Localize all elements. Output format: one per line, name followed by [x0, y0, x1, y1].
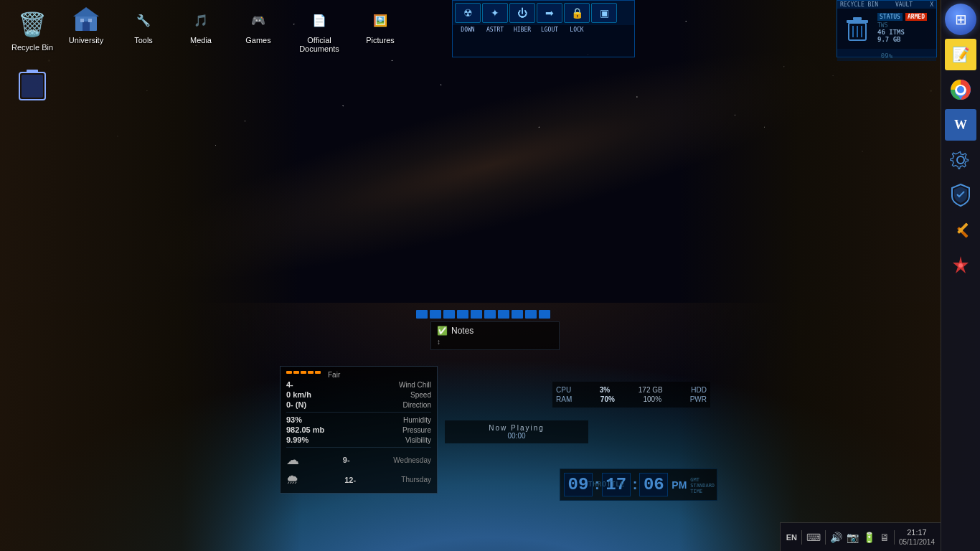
top-desktop-icons: University 🔧 Tools 🎵 Media 🎮 Games 📄 Off…: [57, 0, 409, 59]
humidity-value: 93%: [286, 415, 302, 424]
windows-start-button[interactable]: ⊞: [945, 4, 976, 35]
taskbar-icon-tool[interactable]: [945, 215, 976, 246]
media-now-playing: Now Playing: [451, 424, 583, 432]
humidity-row: 93% Humidity: [286, 415, 431, 425]
recycle-info: STATUS ARMED TWS 46 ITMS 9.7 GB: [875, 11, 934, 47]
clock-colon-2: :: [633, 476, 638, 493]
hud-btn-lock[interactable]: 🔒: [564, 3, 590, 23]
weather-dot-4: [308, 371, 314, 374]
taskbar-icon-settings[interactable]: [945, 144, 976, 176]
university-label: University: [69, 36, 103, 44]
battery-icon: [15, 70, 50, 104]
recycle-percent: 09%: [881, 52, 892, 60]
taskbar-icon-chrome[interactable]: [945, 74, 976, 105]
notes-check-icon: ✅: [437, 326, 448, 336]
clock-ampm-text: PM: [672, 479, 687, 491]
hud-label-down: DOWN: [455, 27, 481, 33]
settings-icon: [950, 149, 971, 171]
forecast-wednesday-temp: 9-: [343, 456, 350, 464]
taskbar-icon-star[interactable]: [945, 250, 976, 281]
recycle-status-label: STATUS: [877, 13, 903, 21]
weather-divider-1: [286, 412, 431, 413]
tray-camera-icon[interactable]: 📷: [847, 532, 859, 543]
cpu-value: 3%: [600, 386, 610, 394]
visibility-row: 9.99% Visibility: [286, 435, 431, 445]
tool-icon: [950, 220, 971, 241]
bar-5: [471, 310, 482, 319]
hud-btn-arrow[interactable]: ➡: [537, 3, 562, 23]
recycle-subtitle: VAULT: [895, 1, 913, 8]
svg-point-22: [958, 263, 963, 268]
system-tray: EN ⌨ 🔊 📷 🔋 🖥 21:17 05/11/2014: [780, 522, 941, 551]
svg-rect-10: [853, 17, 862, 20]
desktop-icon-recycle-bin[interactable]: 🗑️ Recycle Bin: [4, 4, 61, 55]
notes-arrow: ↕: [437, 338, 553, 346]
desktop-icon-battery[interactable]: [4, 66, 61, 109]
tray-time-value: 21:17: [899, 527, 935, 537]
recycle-tws: TWS: [877, 22, 932, 29]
svg-point-16: [957, 86, 964, 93]
top-icon-official-documents[interactable]: 📄 Official Documents: [287, 0, 352, 59]
chrome-icon: [949, 78, 972, 101]
weather-dot-1: [286, 371, 292, 374]
throttle-indicator-bars: [416, 309, 560, 319]
notes-widget: ✅ Notes ↕: [430, 321, 560, 350]
hud-label-hiber: HIBER: [509, 27, 535, 33]
desktop-background: [0, 0, 980, 551]
wind-chill-value: 4-: [286, 380, 293, 389]
hdd-value: 100%: [643, 395, 661, 403]
taskbar-icon-shield[interactable]: [945, 179, 976, 211]
taskbar-icon-word[interactable]: W: [945, 109, 976, 141]
recycle-widget-body: STATUS ARMED TWS 46 ITMS 9.7 GB: [837, 9, 936, 49]
top-icon-media[interactable]: 🎵 Media: [172, 0, 230, 59]
pwr-label: PWR: [690, 395, 707, 403]
cpu-label: CPU: [556, 386, 571, 394]
right-taskbar: ⊞ 📝 W: [941, 0, 980, 551]
pressure-label: Pressure: [402, 426, 431, 434]
tray-keyboard-icon[interactable]: ⌨: [806, 532, 821, 543]
recycle-close[interactable]: X: [930, 1, 933, 8]
top-icon-tools[interactable]: 🔧 Tools: [115, 0, 172, 59]
hud-labels-row: DOWN ASTRT HIBER LGOUT LOCK: [453, 25, 634, 34]
tray-battery-icon[interactable]: 🔋: [863, 532, 875, 543]
forecast-wednesday-icon: ☁: [286, 452, 299, 468]
tray-volume-icon[interactable]: 🔊: [830, 532, 842, 543]
humidity-label: Humidity: [403, 416, 431, 424]
tools-icon: 🔧: [129, 6, 158, 34]
top-icon-university[interactable]: University: [57, 0, 115, 59]
tray-separator-3: [894, 530, 895, 545]
top-icon-pictures[interactable]: 🖼️ Pictures: [352, 0, 409, 59]
clock-timezone: GMT STANDARD TIME: [690, 477, 715, 494]
recycle-items-count: 46 ITMS: [877, 29, 932, 36]
clock-widget: 09 : 17 : 06 PM GMT STANDARD TIME: [560, 468, 717, 501]
media-player-widget: Now Playing 00:00: [445, 420, 588, 443]
tools-label: Tools: [134, 36, 153, 44]
tray-network-icon[interactable]: 🖥: [880, 532, 890, 543]
recycle-bin-widget: RECYCLE BIN VAULT X STATUS ARMED TWS 46 …: [837, 0, 937, 57]
svg-rect-5: [83, 22, 90, 31]
bar-2: [430, 310, 441, 319]
hud-btn-power[interactable]: ⏻: [509, 3, 535, 23]
star-navigation-icon: [950, 255, 971, 276]
hud-label-lgout: LGOUT: [537, 27, 562, 33]
throttle-label: THROTTLE: [588, 481, 625, 488]
recycle-armed-label: ARMED: [905, 13, 927, 21]
hdd-label: HDD: [691, 386, 707, 394]
recycle-size: 9.7 GB: [877, 36, 932, 43]
svg-rect-2: [22, 75, 43, 98]
visibility-value: 9.99%: [286, 435, 308, 444]
top-icon-games[interactable]: 🎮 Games: [230, 0, 287, 59]
hud-btn-radiation[interactable]: ☢: [455, 3, 481, 23]
hud-btn-square[interactable]: ▣: [591, 3, 617, 23]
recycle-title: RECYCLE BIN: [840, 1, 878, 8]
storage-value: 172 GB: [639, 386, 663, 394]
taskbar-icon-sticky-notes[interactable]: 📝: [945, 39, 976, 70]
tray-date-value: 05/11/2014: [899, 537, 935, 547]
hud-label-astrt: ASTRT: [482, 27, 508, 33]
pictures-label: Pictures: [366, 36, 395, 44]
hud-btn-star[interactable]: ✦: [482, 3, 508, 23]
notes-label: Notes: [451, 326, 473, 336]
ram-label: RAM: [556, 395, 572, 403]
clock-ampm: PM: [672, 479, 687, 491]
tray-datetime[interactable]: 21:17 05/11/2014: [899, 527, 935, 547]
